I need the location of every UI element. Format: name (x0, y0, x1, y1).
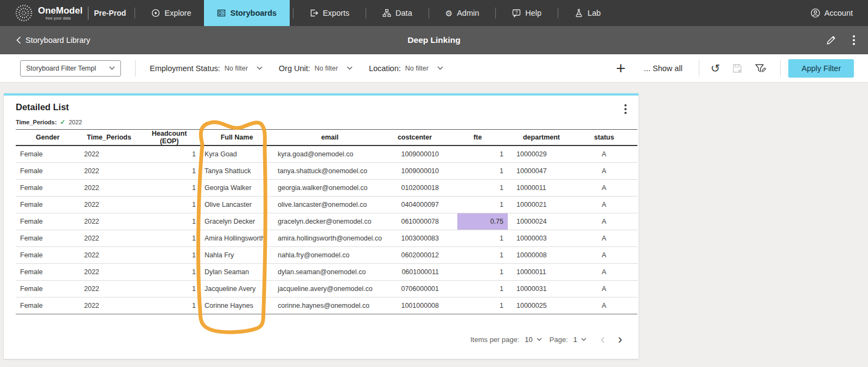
nav-divider (429, 8, 429, 18)
previous-page-button[interactable]: ‹ (594, 333, 611, 346)
cell-fte: 1 (443, 264, 512, 281)
cell-full_name[interactable]: Corinne Haynes (200, 298, 273, 314)
cell-gender: Female (16, 281, 80, 298)
explore-icon (151, 9, 160, 17)
cell-headcount[interactable]: 1 (138, 230, 200, 247)
fte-value: 1 (448, 264, 508, 280)
col-header-email[interactable]: email (273, 130, 386, 146)
nav-item-explore[interactable]: Explore (138, 0, 204, 26)
cell-time_periods: 2022 (80, 230, 138, 247)
col-header-status[interactable]: status (571, 130, 637, 146)
nav-item-admin[interactable]: ⚙Admin (432, 0, 493, 26)
cell-time_periods: 2022 (80, 163, 138, 180)
nav-item-storyboards[interactable]: Storyboards (204, 0, 289, 26)
account-button[interactable]: Account (810, 0, 868, 26)
cell-status: A (571, 230, 637, 247)
card-menu-kebab-icon[interactable] (624, 104, 627, 114)
filter-template-value: Storyboard Filter Templ (26, 65, 96, 72)
col-header-full_name[interactable]: Full Name (200, 130, 273, 146)
col-header-gender[interactable]: Gender (16, 130, 80, 146)
check-icon: ✓ (60, 118, 66, 126)
cell-email: tanya.shattuck@onemodel.co (273, 163, 386, 180)
cell-headcount[interactable]: 1 (138, 197, 200, 213)
cell-full_name[interactable]: Jacqueline Avery (200, 281, 273, 298)
items-per-page-select[interactable]: 10 (525, 336, 541, 344)
brand[interactable]: OneModel free your data Pre-Prod (14, 0, 126, 26)
cell-headcount[interactable]: 1 (138, 298, 200, 314)
storyboards-icon (217, 9, 226, 17)
cell-email: gracelyn.decker@onemodel.co (273, 213, 386, 230)
environment-label: Pre-Prod (94, 9, 126, 17)
cell-fte: 1 (443, 230, 512, 247)
col-header-headcount[interactable]: Headcount (EOP) (138, 130, 200, 146)
brand-divider (88, 7, 88, 20)
add-filter-button[interactable]: + (611, 60, 630, 77)
table-row: Female20221Georgia Walkergeorgia.walker@… (16, 180, 637, 197)
filter-group-0[interactable]: Employment Status:No filter (150, 64, 263, 73)
cell-department: 10000024 (512, 213, 571, 230)
nav-item-lab[interactable]: Lab (561, 0, 614, 26)
apply-filter-button[interactable]: Apply Filter (788, 59, 854, 78)
table-row: Female20221Tanya Shattucktanya.shattuck@… (16, 163, 637, 180)
items-per-page-label: Items per page: (470, 336, 519, 344)
filter-template-dropdown[interactable]: Storyboard Filter Templ (20, 60, 121, 77)
fte-value: 1 (448, 180, 508, 196)
table-row: Female20221Gracelyn Deckergracelyn.decke… (16, 213, 637, 230)
nav-item-exports[interactable]: Exports (297, 0, 362, 26)
cell-status: A (571, 180, 637, 197)
cell-status: A (571, 298, 637, 314)
show-all-filters-button[interactable]: ... Show all (644, 64, 682, 73)
cell-full_name[interactable]: Gracelyn Decker (200, 213, 273, 230)
cell-headcount[interactable]: 1 (138, 213, 200, 230)
nav-item-data[interactable]: Data (369, 0, 425, 26)
reset-filters-button[interactable]: ↺ (711, 62, 720, 74)
pagination: Items per page: 10 Page: 1 ‹ › (470, 333, 629, 346)
col-header-department[interactable]: department (512, 130, 571, 146)
cell-full_name[interactable]: Tanya Shattuck (200, 163, 273, 180)
nav-item-help[interactable]: ?Help (499, 0, 554, 26)
filter-group-1[interactable]: Org Unit:No filter (279, 64, 353, 73)
cell-headcount[interactable]: 1 (138, 247, 200, 264)
nav-item-label: Storyboards (230, 9, 276, 17)
filter-group-2[interactable]: Location:No filter (369, 64, 443, 73)
cell-full_name[interactable]: Dylan Seaman (200, 264, 273, 281)
cell-status: A (571, 163, 637, 180)
admin-icon: ⚙ (445, 9, 452, 17)
cell-full_name[interactable]: Kyra Goad (200, 145, 273, 163)
chevron-down-icon (581, 338, 586, 341)
nav-divider (495, 8, 496, 18)
time-periods-value: 2022 (69, 119, 82, 125)
cell-full_name[interactable]: Nahla Fry (200, 247, 273, 264)
cell-time_periods: 2022 (80, 180, 138, 197)
nav-item-label: Lab (588, 9, 601, 17)
cell-status: A (571, 213, 637, 230)
table-row: Female20221Jacqueline Averyjacqueline.av… (16, 281, 637, 298)
svg-text:?: ? (515, 10, 518, 15)
cell-fte: 0.75 (443, 213, 512, 230)
cell-headcount[interactable]: 1 (138, 180, 200, 197)
save-filters-button[interactable] (732, 63, 743, 74)
next-page-button[interactable]: › (611, 333, 629, 346)
col-header-costcenter[interactable]: costcenter (386, 130, 443, 146)
edit-filter-button[interactable] (755, 63, 767, 74)
page-select[interactable]: 1 (573, 336, 586, 344)
cell-time_periods: 2022 (80, 197, 138, 213)
cell-gender: Female (16, 264, 80, 281)
cell-headcount[interactable]: 1 (138, 264, 200, 281)
cell-headcount[interactable]: 1 (138, 281, 200, 298)
cell-full_name[interactable]: Olive Lancaster (200, 197, 273, 213)
page-label: Page: (550, 336, 568, 344)
col-header-fte[interactable]: fte (443, 130, 512, 146)
cell-headcount[interactable]: 1 (138, 163, 200, 180)
fte-value: 1 (448, 281, 508, 297)
filter-divider (780, 60, 781, 77)
cell-full_name[interactable]: Amira Hollingsworth (200, 230, 273, 247)
cell-email: olive.lancaster@onemodel.co (273, 197, 386, 213)
cell-fte: 1 (443, 281, 512, 298)
cell-headcount[interactable]: 1 (138, 145, 200, 163)
filter-value: No filter (405, 65, 429, 72)
time-periods-filter-chip[interactable]: Time_Periods: ✓ 2022 (4, 114, 639, 129)
lab-icon (575, 9, 583, 17)
cell-full_name[interactable]: Georgia Walker (200, 180, 273, 197)
col-header-time_periods[interactable]: Time_Periods (80, 130, 138, 146)
